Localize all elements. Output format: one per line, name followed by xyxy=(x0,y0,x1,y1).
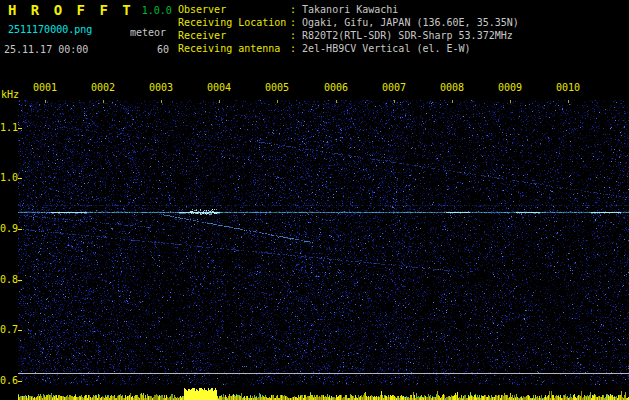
spectrogram-canvas xyxy=(18,100,629,385)
hrofft-output: H R O F F T 1.0.0 2511170000.png meteor … xyxy=(0,0,629,400)
freq-tick-label: 0.7 xyxy=(0,324,18,335)
metadata-separator: : xyxy=(290,42,296,55)
signal-level-strip xyxy=(18,388,629,400)
time-tick-label: 0006 xyxy=(324,82,348,93)
metadata-separator: : xyxy=(290,16,296,29)
app-version: 1.0.0 xyxy=(142,5,172,16)
output-filename: 2511170000.png xyxy=(8,24,92,35)
metadata-row: Observer:Takanori Kawachi xyxy=(178,3,519,16)
metadata-value: Ogaki, Gifu, JAPAN (136.60E, 35.35N) xyxy=(302,16,519,29)
mode-label: meteor xyxy=(130,27,166,38)
metadata-separator: : xyxy=(290,29,296,42)
metadata-value: Takanori Kawachi xyxy=(302,3,398,16)
time-tick-label: 0007 xyxy=(382,82,406,93)
time-tick-label: 0008 xyxy=(440,82,464,93)
time-tick-label: 0003 xyxy=(149,82,173,93)
freq-tick-label: 1.0 xyxy=(0,172,18,183)
duration-label: 60 xyxy=(157,44,169,55)
time-axis: 0001000200030004000500060007000800090010 xyxy=(0,82,629,94)
metadata-value: 2el-HB9CV Vertical (el. E-W) xyxy=(302,42,471,55)
time-tick-label: 0010 xyxy=(556,82,580,93)
app-title-text: H R O F F T xyxy=(8,2,134,18)
freq-tick-label: 0.8 xyxy=(0,274,18,285)
metadata-label: Receiving antenna xyxy=(178,42,290,55)
freq-axis: 1.11.00.90.80.70.6 xyxy=(0,0,18,400)
metadata-separator: : xyxy=(290,3,296,16)
time-tick-label: 0002 xyxy=(91,82,115,93)
metadata-row: Receiving Location:Ogaki, Gifu, JAPAN (1… xyxy=(178,16,519,29)
time-tick-label: 0009 xyxy=(498,82,522,93)
metadata-row: Receiver:R820T2(RTL-SDR) SDR-Sharp 53.37… xyxy=(178,29,519,42)
metadata-label: Receiver xyxy=(178,29,290,42)
app-title: H R O F F T 1.0.0 xyxy=(8,2,172,18)
metadata-block: Observer:Takanori KawachiReceiving Locat… xyxy=(178,3,519,55)
freq-tick-label: 1.1 xyxy=(0,122,18,133)
metadata-label: Observer xyxy=(178,3,290,16)
metadata-label: Receiving Location xyxy=(178,16,290,29)
time-tick-label: 0005 xyxy=(265,82,289,93)
freq-tick-label: 0.6 xyxy=(0,375,18,386)
metadata-value: R820T2(RTL-SDR) SDR-Sharp 53.372MHz xyxy=(302,29,513,42)
metadata-row: Receiving antenna:2el-HB9CV Vertical (el… xyxy=(178,42,519,55)
time-tick-label: 0001 xyxy=(33,82,57,93)
time-tick-label: 0004 xyxy=(207,82,231,93)
freq-tick-label: 0.9 xyxy=(0,223,18,234)
